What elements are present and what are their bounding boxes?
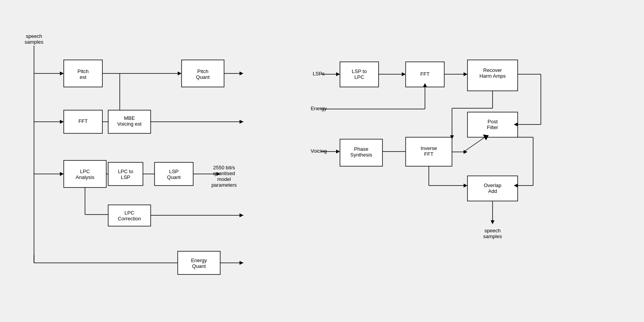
lsps-label: LSPs	[313, 71, 325, 77]
svg-marker-38	[464, 72, 467, 76]
energy-label: Energy	[311, 106, 327, 111]
svg-marker-14	[240, 120, 243, 124]
recover-harm-label2: Harm Amps	[479, 73, 506, 79]
svg-marker-56	[464, 184, 467, 187]
mbe-voicing-label2: Voicing est	[117, 121, 142, 127]
pitch-est-label: Pitch	[78, 68, 89, 74]
pitch-est-label2: est	[80, 74, 87, 80]
post-filter-label2: Filter	[487, 124, 499, 130]
lpc-to-lsp-label: LPC to	[118, 169, 133, 174]
diagram-container: speech samples Pitch est Pitch Quant FFT…	[0, 0, 644, 322]
output-label4: parameters	[211, 182, 237, 188]
energy-quant-label2: Quant	[192, 263, 206, 269]
lsp-quant-label2: Quant	[167, 174, 181, 180]
phase-synthesis-label2: Synthesis	[350, 152, 372, 158]
svg-marker-66	[491, 220, 494, 224]
svg-marker-27	[240, 213, 243, 217]
svg-marker-16	[60, 172, 64, 176]
right-output-label2: samples	[483, 233, 502, 239]
energy-quant-label: Energy	[191, 257, 207, 263]
svg-marker-34	[336, 72, 340, 76]
lpc-to-lsp-label2: LSP	[121, 174, 131, 180]
pitch-quant-label2: Quant	[196, 74, 210, 80]
left-input-label2: samples	[25, 39, 44, 45]
output-label3: model	[217, 176, 231, 182]
lpc-correction-label2: Correction	[118, 216, 141, 221]
svg-marker-43	[336, 150, 340, 153]
svg-marker-32	[240, 261, 243, 265]
lsp-to-lpc-label2: LPC	[354, 74, 364, 80]
pitch-quant-label: Pitch	[197, 68, 209, 74]
svg-marker-36	[402, 72, 406, 76]
voicing-label: Voicing	[311, 148, 327, 154]
fft-right-label: FFT	[420, 71, 430, 77]
svg-marker-10	[60, 120, 64, 124]
overlap-add-label2: Add	[488, 188, 497, 194]
output-label: 2550 bit/s	[213, 165, 235, 170]
inverse-fft-label2: FFT	[424, 151, 433, 157]
lsp-quant-label: LSP	[169, 169, 179, 174]
inverse-fft-label: Inverse	[421, 145, 437, 151]
lpc-analysis-label: LPC	[80, 169, 90, 174]
fft-left-label: FFT	[78, 118, 88, 124]
overlap-add-label: Overlap	[484, 182, 501, 188]
mbe-voicing-label: MBE	[124, 115, 135, 121]
lsp-to-lpc-label: LSP to	[352, 68, 367, 74]
right-output-label: speech	[484, 228, 501, 233]
output-label2: quantised	[213, 170, 235, 176]
recover-harm-label: Recover	[483, 67, 502, 73]
post-filter-label: Post	[488, 119, 498, 124]
lpc-correction-label: LPC	[124, 210, 134, 216]
svg-line-52	[464, 137, 485, 152]
left-input-label: speech	[26, 33, 42, 39]
lpc-analysis-label2: Analysis	[76, 174, 95, 180]
svg-marker-8	[240, 72, 243, 75]
svg-marker-4	[178, 72, 182, 75]
phase-synthesis-label: Phase	[354, 146, 369, 152]
svg-marker-2	[60, 72, 64, 75]
